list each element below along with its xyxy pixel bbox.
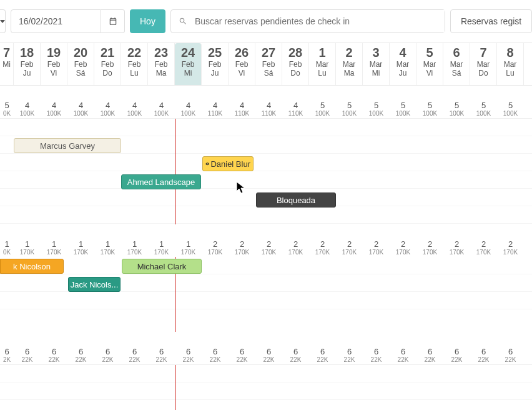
availability-cell[interactable]: 5100K [497,101,524,118]
availability-cell[interactable]: 622K [363,347,390,364]
availability-cell[interactable]: 4110K [255,101,282,118]
availability-cell[interactable]: 4110K [282,101,309,118]
booking-label: Daniel Blur [210,159,250,169]
availability-cell[interactable]: 5100K [416,101,443,118]
availability-cell[interactable]: 4100K [41,101,67,118]
availability-cell[interactable]: 2170K [363,239,390,257]
availability-cell[interactable]: 1170K [67,239,94,257]
date-column[interactable]: 1MarLu [309,43,336,85]
availability-cell[interactable]: 4100K [121,101,148,118]
date-column[interactable]: 7MarDo [470,43,497,85]
availability-cell[interactable]: 4110K [202,101,229,118]
availability-cell[interactable]: 5100K [470,101,497,118]
date-column[interactable]: 19FebVi [41,43,67,85]
date-column[interactable]: 6MarSá [443,43,470,85]
availability-cell[interactable]: 4100K [175,101,202,118]
availability-cell[interactable]: 62K [0,347,14,364]
availability-cell[interactable]: 5100K [363,101,390,118]
date-column[interactable]: 4MarJu [390,43,416,85]
availability-cell[interactable]: 5100K [390,101,416,118]
availability-cell[interactable]: 622K [202,347,229,364]
availability-cell[interactable]: 2170K [309,239,336,257]
availability-cell[interactable]: 1170K [41,239,67,257]
availability-cell[interactable]: 1170K [94,239,121,257]
date-column[interactable]: 25FebJu [202,43,229,85]
date-column[interactable]: 3MarMi [363,43,390,85]
availability-cell[interactable]: 622K [94,347,121,364]
date-column[interactable]: 5MarVi [416,43,443,85]
booking-marcus-garvey[interactable]: Marcus Garvey [14,138,121,153]
today-button[interactable]: Hoy [130,9,165,33]
availability-cell[interactable]: 2170K [229,239,255,257]
booking-michael-clark[interactable]: Michael Clark [122,259,202,274]
price-label: 22K [202,356,229,363]
availability-cell[interactable]: 50K [0,101,14,118]
availability-cell[interactable]: 1170K [14,239,41,257]
dropdown-toggle[interactable] [0,9,6,33]
date-column[interactable]: 2MarMa [336,43,363,85]
availability-cell[interactable]: 622K [41,347,67,364]
calendar-icon [109,17,117,26]
date-column[interactable]: 22FebLu [121,43,148,85]
availability-cell[interactable]: 2170K [282,239,309,257]
date-column[interactable]: 23FebMa [148,43,175,85]
date-column[interactable]: 21FebDo [94,43,121,85]
booking-nicolson[interactable]: k Nicolson [0,259,64,274]
date-picker-group [11,9,125,33]
availability-cell[interactable]: 1170K [121,239,148,257]
availability-cell[interactable]: 2170K [416,239,443,257]
calendar-button[interactable] [101,9,125,33]
date-column[interactable]: 20FebSá [67,43,94,85]
availability-cell[interactable]: 622K [229,347,255,364]
search-input[interactable] [195,10,445,32]
booking-jack-nicols[interactable]: Jack Nicols... [68,277,121,292]
booking-daniel-blur[interactable]: Daniel Blur [202,156,254,171]
availability-cell[interactable]: 5100K [336,101,363,118]
availability-cell[interactable]: 2170K [336,239,363,257]
price-label: 22K [255,356,282,363]
availability-cell[interactable]: 622K [14,347,41,364]
availability-cell[interactable]: 622K [390,347,416,364]
availability-cell[interactable]: 5100K [309,101,336,118]
availability-cell[interactable]: 622K [121,347,148,364]
availability-cell[interactable]: 622K [255,347,282,364]
availability-cell[interactable]: 2170K [255,239,282,257]
date-column[interactable]: 26FebVi [229,43,255,85]
availability-cell[interactable]: 10K [0,239,14,257]
date-column[interactable]: 18FebJu [14,43,41,85]
availability-cell[interactable]: 4100K [94,101,121,118]
availability-cell[interactable]: 622K [497,347,524,364]
registered-reservations-button[interactable]: Reservas regist [450,9,532,33]
availability-cell[interactable]: 1170K [175,239,202,257]
availability-cell[interactable]: 622K [175,347,202,364]
availability-cell[interactable]: 2170K [470,239,497,257]
booking-blocked[interactable]: Bloqueada [256,192,336,208]
availability-cell[interactable]: 622K [309,347,336,364]
availability-cell[interactable]: 622K [148,347,175,364]
availability-cell[interactable]: 4100K [14,101,41,118]
date-column[interactable]: 7Mi [0,43,14,85]
date-column[interactable]: 28FebDo [282,43,309,85]
booking-ahmed-landscape[interactable]: Ahmed Landscape [121,174,201,189]
availability-count: 5 [363,101,390,110]
availability-cell[interactable]: 2170K [497,239,524,257]
search-field[interactable] [170,9,445,33]
availability-cell[interactable]: 622K [282,347,309,364]
availability-cell[interactable]: 2170K [443,239,470,257]
date-input[interactable] [11,9,101,33]
date-column[interactable]: 8MarLu [497,43,524,85]
availability-cell[interactable]: 622K [67,347,94,364]
availability-cell[interactable]: 622K [336,347,363,364]
availability-cell[interactable]: 1170K [148,239,175,257]
date-column[interactable]: 24FebMi [175,43,202,85]
date-column[interactable]: 27FebSá [255,43,282,85]
availability-cell[interactable]: 5100K [443,101,470,118]
availability-cell[interactable]: 2170K [390,239,416,257]
availability-cell[interactable]: 4100K [148,101,175,118]
availability-cell[interactable]: 4100K [67,101,94,118]
availability-cell[interactable]: 2170K [202,239,229,257]
availability-cell[interactable]: 622K [416,347,443,364]
availability-cell[interactable]: 622K [470,347,497,364]
availability-cell[interactable]: 622K [443,347,470,364]
availability-cell[interactable]: 4110K [229,101,255,118]
